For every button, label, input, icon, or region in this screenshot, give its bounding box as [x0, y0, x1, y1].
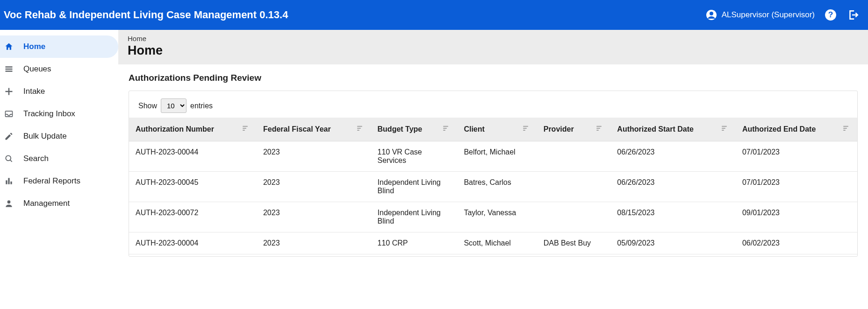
main-content: Home Home Authorizations Pending Review … — [118, 30, 868, 309]
svg-rect-13 — [8, 178, 9, 184]
sidebar-item-label: Tracking Inbox — [23, 109, 75, 119]
cell-client: Taylor, Vanessa — [457, 202, 537, 232]
sidebar-item-federal-reports[interactable]: Federal Reports — [0, 170, 118, 192]
svg-line-11 — [10, 160, 12, 162]
sidebar-item-label: Federal Reports — [23, 176, 80, 186]
svg-rect-17 — [243, 128, 246, 129]
cell-provider — [537, 141, 611, 172]
cell-end-date: 07/01/2023 — [736, 172, 857, 202]
svg-rect-22 — [444, 126, 449, 127]
svg-rect-25 — [523, 126, 528, 127]
sidebar-item-label: Queues — [23, 64, 51, 74]
svg-rect-36 — [843, 130, 846, 131]
sidebar-item-label: Intake — [23, 87, 45, 96]
table-row[interactable]: AUTH-2023-000042023110 CRPScott, Michael… — [129, 232, 857, 254]
table-row[interactable]: AUTH-2023-000452023Independent Living Bl… — [129, 172, 857, 202]
user-chip[interactable]: ALSupervisor (Supervisor) — [705, 8, 815, 21]
svg-rect-31 — [722, 126, 727, 127]
cell-client: Belfort, Michael — [457, 141, 537, 172]
table-length-control: Show 10 entries — [129, 91, 857, 118]
svg-point-10 — [6, 155, 11, 161]
page-size-select[interactable]: 10 — [161, 98, 187, 113]
logout-icon[interactable] — [846, 8, 860, 21]
page-header: Home Home — [118, 30, 868, 64]
sidebar-item-home[interactable]: Home — [0, 35, 118, 58]
cell-end-date: 06/02/2023 — [736, 232, 857, 254]
sidebar-item-search[interactable]: Search — [0, 147, 118, 170]
show-label-pre: Show — [138, 102, 157, 110]
cell-provider — [537, 202, 611, 232]
column-header[interactable]: Authorized End Date — [736, 118, 857, 141]
column-header[interactable]: Client — [457, 118, 537, 141]
svg-rect-21 — [357, 130, 359, 131]
sort-icon[interactable] — [721, 124, 729, 134]
svg-rect-35 — [843, 128, 847, 129]
sort-icon[interactable] — [442, 124, 451, 134]
cell-fy: 2023 — [257, 141, 371, 172]
sidebar-item-tracking-inbox[interactable]: Tracking Inbox — [0, 103, 118, 125]
svg-rect-8 — [6, 91, 13, 92]
sidebar: HomeQueuesIntakeTracking InboxBulk Updat… — [0, 30, 118, 309]
authorizations-table: Authorization NumberFederal Fiscal YearB… — [129, 118, 857, 254]
cell-start-date: 06/26/2023 — [610, 172, 736, 202]
cell-client: Batres, Carlos — [457, 172, 537, 202]
help-icon[interactable]: ? — [824, 8, 837, 21]
column-header[interactable]: Federal Fiscal Year — [257, 118, 371, 141]
cell-auth-no: AUTH-2023-00004 — [129, 232, 257, 254]
sidebar-item-management[interactable]: Management — [0, 192, 118, 215]
cell-client: Scott, Michael — [457, 232, 537, 254]
svg-rect-32 — [722, 128, 725, 129]
sort-icon[interactable] — [356, 124, 365, 134]
svg-rect-23 — [444, 128, 447, 129]
cell-fy: 2023 — [257, 172, 371, 202]
cell-start-date: 05/09/2023 — [610, 232, 736, 254]
cell-end-date: 07/01/2023 — [736, 141, 857, 172]
plus-icon — [4, 87, 14, 96]
cell-auth-no: AUTH-2023-00072 — [129, 202, 257, 232]
sidebar-item-queues[interactable]: Queues — [0, 58, 118, 80]
app-title: Voc Rehab & Independent Living Case Mana… — [0, 9, 288, 21]
svg-rect-19 — [357, 126, 362, 127]
cell-budget-type: Independent Living Blind — [371, 202, 458, 232]
panel-title: Authorizations Pending Review — [129, 73, 858, 83]
svg-rect-26 — [523, 128, 527, 129]
svg-point-15 — [7, 200, 11, 204]
svg-rect-12 — [6, 180, 7, 184]
sidebar-item-label: Bulk Update — [23, 132, 67, 141]
cell-fy: 2023 — [257, 232, 371, 254]
svg-rect-16 — [243, 126, 248, 127]
cell-budget-type: 110 VR Case Services — [371, 141, 458, 172]
svg-point-1 — [710, 12, 713, 15]
cell-provider — [537, 172, 611, 202]
svg-rect-4 — [6, 66, 13, 68]
column-header[interactable]: Provider — [537, 118, 611, 141]
svg-rect-29 — [597, 128, 601, 129]
column-header[interactable]: Budget Type — [371, 118, 458, 141]
column-header[interactable]: Authorized Start Date — [610, 118, 736, 141]
svg-rect-28 — [597, 126, 602, 127]
svg-rect-24 — [444, 130, 446, 131]
inbox-icon — [4, 109, 14, 119]
table-panel: Show 10 entries Authorization NumberFede… — [129, 91, 858, 257]
svg-rect-33 — [722, 130, 724, 131]
column-label: Authorized End Date — [742, 125, 816, 133]
sort-icon[interactable] — [595, 124, 604, 134]
breadcrumb[interactable]: Home — [128, 35, 859, 42]
svg-rect-14 — [10, 182, 12, 184]
sidebar-item-label: Search — [23, 154, 49, 163]
sidebar-item-bulk-update[interactable]: Bulk Update — [0, 125, 118, 147]
app-header: Voc Rehab & Independent Living Case Mana… — [0, 0, 868, 30]
sort-icon[interactable] — [842, 124, 851, 134]
sort-icon[interactable] — [242, 124, 250, 134]
svg-rect-6 — [6, 70, 13, 72]
table-row[interactable]: AUTH-2023-000442023110 VR Case ServicesB… — [129, 141, 857, 172]
user-label: ALSupervisor (Supervisor) — [722, 10, 815, 20]
column-label: Authorized Start Date — [617, 125, 694, 133]
svg-rect-20 — [357, 128, 361, 129]
sort-icon[interactable] — [522, 124, 531, 134]
column-label: Authorization Number — [136, 125, 214, 133]
sidebar-item-intake[interactable]: Intake — [0, 80, 118, 103]
cell-auth-no: AUTH-2023-00044 — [129, 141, 257, 172]
table-row[interactable]: AUTH-2023-000722023Independent Living Bl… — [129, 202, 857, 232]
column-header[interactable]: Authorization Number — [129, 118, 257, 141]
